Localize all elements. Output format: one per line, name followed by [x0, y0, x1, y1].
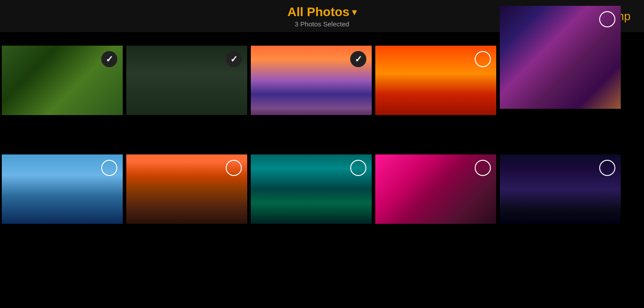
photo-item[interactable]: ✓ — [251, 46, 372, 115]
chevron-down-icon: ▾ — [352, 7, 356, 17]
photo-item[interactable] — [2, 154, 123, 224]
photo-item[interactable] — [126, 154, 247, 224]
selection-indicator — [475, 160, 491, 176]
photo-item[interactable] — [375, 154, 496, 224]
photo-item[interactable] — [500, 154, 621, 224]
selection-indicator — [350, 160, 366, 176]
checkmark-icon: ✓ — [355, 55, 362, 64]
photo-grid: ✓ ✓ ✓ — [0, 32, 644, 237]
selection-indicator: ✓ — [350, 51, 366, 67]
selection-indicator — [226, 160, 242, 176]
all-photos-title-button[interactable]: All Photos ▾ — [288, 5, 356, 19]
photo-item[interactable] — [251, 154, 372, 224]
checkmark-icon: ✓ — [230, 55, 238, 64]
selection-count: 3 Photos Selected — [295, 20, 349, 28]
photo-row-2 — [0, 148, 644, 230]
photo-item[interactable] — [375, 46, 496, 115]
selection-indicator — [599, 160, 615, 176]
photo-item[interactable]: ✓ — [2, 46, 123, 115]
checkmark-icon: ✓ — [106, 55, 113, 64]
selection-indicator: ✓ — [226, 51, 242, 67]
photo-row-1: ✓ ✓ ✓ — [0, 39, 644, 121]
selection-indicator — [599, 11, 615, 27]
title-text: All Photos — [288, 5, 349, 19]
selection-indicator — [101, 160, 117, 176]
header-center: All Photos ▾ 3 Photos Selected — [288, 5, 356, 28]
selection-indicator: ✓ — [101, 51, 117, 67]
photo-item[interactable] — [500, 6, 621, 109]
photo-item[interactable]: ✓ — [126, 46, 247, 115]
selection-indicator — [475, 51, 491, 67]
